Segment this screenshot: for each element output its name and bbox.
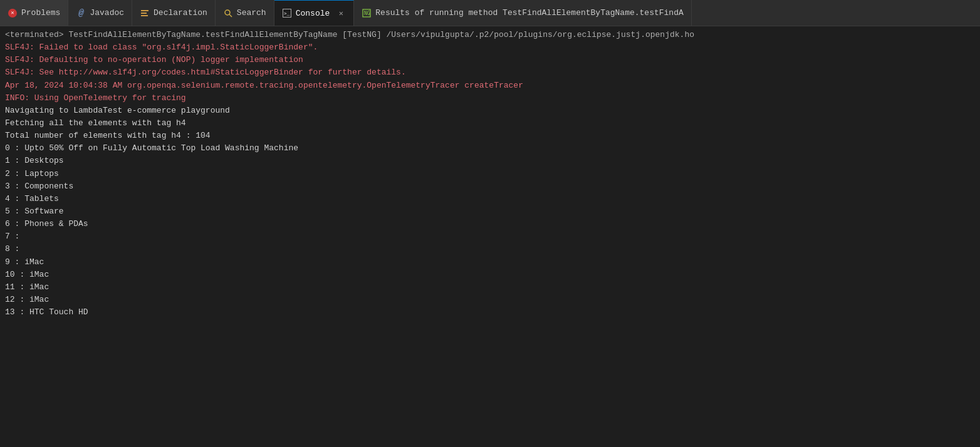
tab-results-label: Results of running method TestFindAllEle… — [375, 8, 683, 18]
console-line: 2 : Laptops — [5, 168, 975, 180]
console-line: 11 : iMac — [5, 281, 975, 294]
search-icon — [223, 8, 233, 18]
console-line: 8 : — [5, 243, 975, 255]
declaration-icon — [140, 8, 150, 18]
console-line: SLF4J: Failed to load class "org.slf4j.i… — [5, 41, 975, 54]
ide-panel: ✕ Problems @ Javadoc Declaration — [0, 0, 980, 447]
console-line: Total number of elements with tag h4 : 1… — [5, 130, 975, 142]
javadoc-icon: @ — [76, 8, 86, 18]
svg-text:NG: NG — [364, 11, 370, 16]
svg-point-3 — [225, 10, 230, 15]
svg-line-4 — [229, 14, 232, 17]
console-line: 4 : Tablets — [5, 193, 975, 205]
tab-bar: ✕ Problems @ Javadoc Declaration — [0, 0, 980, 26]
console-output[interactable]: <terminated> TestFindAllElementByTagName… — [0, 26, 980, 447]
tab-problems-label: Problems — [21, 8, 60, 18]
svg-rect-2 — [141, 15, 148, 16]
problems-icon: ✕ — [8, 8, 18, 18]
svg-rect-1 — [141, 13, 147, 14]
console-line: SLF4J: Defaulting to no-operation (NOP) … — [5, 54, 975, 66]
console-icon: >_ — [282, 8, 292, 18]
tab-results[interactable]: NG Results of running method TestFindAll… — [354, 0, 691, 26]
console-line: 6 : Phones & PDAs — [5, 218, 975, 230]
console-line: 7 : — [5, 230, 975, 243]
console-line: <terminated> TestFindAllElementByTagName… — [5, 29, 975, 41]
console-line: 5 : Software — [5, 205, 975, 218]
tab-search[interactable]: Search — [216, 0, 274, 26]
console-line: INFO: Using OpenTelemetry for tracing — [5, 92, 975, 105]
tab-console[interactable]: >_ Console ✕ — [274, 0, 355, 26]
tab-declaration-label: Declaration — [154, 8, 207, 18]
tab-problems[interactable]: ✕ Problems — [0, 0, 68, 26]
console-line: Navigating to LambdaTest e-commerce play… — [5, 105, 975, 117]
console-line: Fetching all the elements with tag h4 — [5, 117, 975, 130]
console-line: 3 : Components — [5, 180, 975, 193]
console-line: 12 : iMac — [5, 294, 975, 306]
tab-javadoc[interactable]: @ Javadoc — [68, 0, 132, 26]
tab-declaration[interactable]: Declaration — [132, 0, 216, 26]
tab-console-label: Console — [296, 9, 330, 18]
results-icon: NG — [362, 8, 372, 18]
console-line: 9 : iMac — [5, 256, 975, 269]
tab-console-close[interactable]: ✕ — [336, 8, 346, 18]
console-line: 1 : Desktops — [5, 155, 975, 167]
console-line: 0 : Upto 50% Off on Fully Automatic Top … — [5, 142, 975, 155]
console-line: 10 : iMac — [5, 269, 975, 281]
tab-javadoc-label: Javadoc — [90, 8, 124, 18]
console-line: Apr 18, 2024 10:04:38 AM org.openqa.sele… — [5, 80, 975, 92]
svg-rect-0 — [141, 10, 149, 11]
console-line: 13 : HTC Touch HD — [5, 306, 975, 319]
tab-search-label: Search — [237, 8, 266, 18]
console-line: SLF4J: See http://www.slf4j.org/codes.ht… — [5, 66, 975, 79]
